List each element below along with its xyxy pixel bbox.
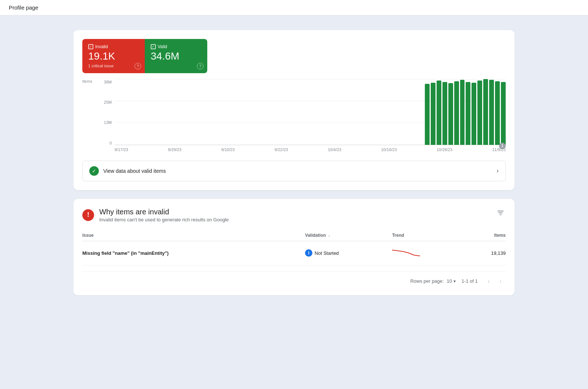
- green-check-circle-icon: ✓: [89, 166, 99, 176]
- invalid-tile-label: ✓ Invalid: [88, 44, 139, 49]
- chart-bar: [448, 83, 453, 144]
- next-page-button[interactable]: ›: [495, 276, 506, 286]
- x-tick: 9/22/23: [275, 147, 288, 152]
- col-validation[interactable]: Validation ↓: [305, 230, 392, 241]
- why-invalid-subtitle: Invalid items can't be used to generate …: [99, 217, 229, 222]
- chart-bar: [466, 82, 470, 145]
- top-card: ✓ Invalid 19.1K 1 critical issue ? ✓ Val…: [74, 30, 514, 190]
- trend-sparkline: [392, 247, 422, 258]
- invalid-checkbox-icon: ✓: [88, 44, 93, 49]
- table-header: Issue Validation ↓ Trend Items: [82, 230, 506, 241]
- rows-per-page-value: 10: [447, 278, 452, 284]
- issue-name-cell: Missing field "name" (in "mainEntity"): [82, 241, 305, 265]
- y-tick-25m: 25M: [104, 100, 112, 104]
- chart-bar: [489, 80, 494, 145]
- view-data-left: ✓ View data about valid items: [89, 166, 166, 176]
- validation-status: Not Started: [315, 250, 339, 256]
- chart-inner: 1: [115, 79, 506, 145]
- items-count-cell: 19,139: [468, 241, 506, 265]
- chart-y-label: Items: [82, 79, 92, 83]
- pagination-nav: ‹ ›: [484, 276, 506, 286]
- view-data-link[interactable]: ✓ View data about valid items ›: [82, 161, 506, 181]
- y-tick-38m: 38M: [104, 80, 112, 84]
- x-tick: 10/4/23: [328, 147, 341, 152]
- valid-tile-value: 34.6M: [151, 51, 201, 62]
- table-footer: Rows per page: 10 ▾ 1-1 of 1 ‹ ›: [82, 271, 506, 286]
- why-invalid-header: ! Why items are invalid Invalid items ca…: [82, 208, 506, 222]
- error-circle-icon: !: [82, 209, 94, 221]
- invalid-tile-sub: 1 critical issue: [88, 64, 139, 68]
- page-title: Profile page: [9, 4, 38, 11]
- y-tick-0: 0: [110, 141, 112, 145]
- chart-bar: [495, 81, 500, 145]
- rows-per-page: Rows per page: 10 ▾: [410, 278, 456, 284]
- chart-bar: [483, 79, 488, 145]
- invalid-help-icon[interactable]: ?: [135, 63, 141, 69]
- valid-tile[interactable]: ✓ Valid 34.6M ?: [145, 39, 207, 73]
- why-invalid-title: Why items are invalid: [99, 208, 229, 216]
- chart-bar: [460, 80, 465, 145]
- chart-bar: [454, 81, 459, 145]
- rows-per-page-label: Rows per page:: [410, 278, 444, 284]
- status-tiles: ✓ Invalid 19.1K 1 critical issue ? ✓ Val…: [82, 39, 207, 73]
- invalid-tile[interactable]: ✓ Invalid 19.1K 1 critical issue ?: [82, 39, 145, 73]
- invalid-tile-value: 19.1K: [88, 51, 139, 62]
- chart-bar: [437, 81, 441, 145]
- page-title-bar: Profile page: [0, 0, 588, 15]
- issue-name: Missing field "name" (in "mainEntity"): [82, 250, 169, 256]
- valid-checkbox-icon: ✓: [151, 44, 156, 49]
- x-tick: 10/28/23: [437, 147, 452, 152]
- col-trend: Trend: [392, 230, 468, 241]
- why-invalid-title-block: Why items are invalid Invalid items can'…: [99, 208, 229, 222]
- chart-badge: 1: [499, 143, 506, 149]
- bottom-card: ! Why items are invalid Invalid items ca…: [74, 199, 514, 295]
- chart-bar: [442, 82, 447, 145]
- chart-bar: [431, 83, 435, 145]
- not-started-icon: i: [305, 249, 312, 257]
- table-body: Missing field "name" (in "mainEntity") i…: [82, 241, 506, 265]
- chart-x-axis: 8/17/238/29/239/10/239/22/2310/4/2310/16…: [115, 145, 506, 152]
- valid-help-icon[interactable]: ?: [197, 63, 204, 69]
- table-row: Missing field "name" (in "mainEntity") i…: [82, 241, 506, 265]
- pagination-info: 1-1 of 1: [462, 278, 478, 284]
- x-tick: 8/17/23: [115, 147, 128, 152]
- trend-cell: [392, 241, 468, 265]
- validation-cell: i Not Started: [305, 241, 392, 265]
- valid-tile-label: ✓ Valid: [151, 44, 201, 49]
- chart-bar: [501, 82, 506, 145]
- chart-area: Items 38M 25M 13M 0: [82, 79, 506, 152]
- x-tick: 10/16/23: [381, 147, 397, 152]
- chevron-right-icon: ›: [496, 167, 499, 175]
- chart-bar: [472, 83, 476, 145]
- view-data-text: View data about valid items: [103, 168, 166, 174]
- rows-per-page-select[interactable]: 10 ▾: [447, 278, 455, 284]
- why-invalid-left: ! Why items are invalid Invalid items ca…: [82, 208, 229, 222]
- sort-arrow-icon: ↓: [328, 233, 330, 238]
- main-content: ✓ Invalid 19.1K 1 critical issue ? ✓ Val…: [0, 15, 588, 310]
- bars-container: [425, 79, 506, 145]
- x-tick: 9/10/23: [221, 147, 235, 152]
- validation-badge: i Not Started: [305, 249, 339, 257]
- prev-page-button[interactable]: ‹: [484, 276, 494, 286]
- col-items: Items: [468, 230, 506, 241]
- x-tick: 8/29/23: [168, 147, 182, 152]
- filter-icon[interactable]: [495, 208, 506, 220]
- issues-table: Issue Validation ↓ Trend Items: [82, 230, 506, 265]
- chart-bar: [477, 81, 482, 145]
- rows-select-chevron: ▾: [453, 279, 456, 284]
- chart-bar: [425, 84, 430, 144]
- items-count: 19,139: [491, 250, 506, 256]
- y-tick-13m: 13M: [104, 120, 112, 125]
- col-issue: Issue: [82, 230, 305, 241]
